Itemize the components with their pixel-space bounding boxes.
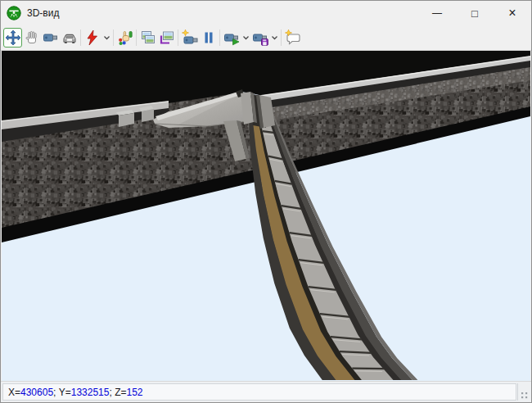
z-label: Z=	[115, 387, 126, 398]
play-recording-dropdown[interactable]	[241, 28, 250, 48]
grab-hand-button[interactable]	[22, 28, 41, 48]
title-bar: 3D-вид — □ ×	[1, 1, 531, 25]
maximize-button[interactable]: □	[456, 1, 494, 25]
pick-object-button[interactable]	[115, 28, 134, 48]
3d-viewport[interactable]	[2, 51, 530, 381]
toolbar-separator	[113, 29, 114, 46]
copy-image-button[interactable]	[138, 28, 157, 48]
toolbar-separator	[136, 29, 137, 46]
toolbar-separator	[80, 29, 81, 46]
chevron-down-icon	[242, 29, 250, 46]
camera-play-icon	[223, 29, 240, 46]
z-value: 152	[126, 387, 142, 398]
toolbar	[1, 25, 531, 51]
chevron-down-icon	[103, 29, 110, 46]
window-controls: — □ ×	[418, 1, 531, 25]
3d-scene	[2, 51, 530, 381]
y-label: Y=	[59, 387, 71, 398]
coord-separator: ;	[109, 387, 115, 398]
comment-bubble-icon	[285, 29, 301, 46]
resize-grip[interactable]	[518, 382, 531, 402]
image-export-icon	[159, 29, 175, 46]
pointing-hand-icon	[117, 29, 133, 46]
flyby-camera-button[interactable]	[41, 28, 60, 48]
render-effects-button[interactable]	[83, 28, 101, 48]
drive-car-button[interactable]	[60, 28, 79, 48]
x-label: X=	[8, 387, 20, 398]
toolbar-separator	[219, 29, 220, 46]
hand-icon	[24, 29, 40, 46]
minimize-button[interactable]: —	[418, 1, 456, 25]
3d-road-view-icon	[7, 6, 21, 20]
pan-arrows-icon	[5, 29, 21, 46]
y-value: 1332515	[71, 387, 110, 398]
window-title: 3D-вид	[27, 7, 59, 19]
camera-new-icon	[182, 29, 198, 46]
car-icon	[61, 29, 78, 46]
video-camera-icon	[43, 29, 59, 46]
x-value: 430605	[20, 387, 53, 398]
toolbar-separator	[178, 29, 178, 46]
pan-tool-button[interactable]	[3, 28, 22, 48]
save-image-button[interactable]	[157, 28, 176, 48]
status-bar: X=430605; Y=1332515; Z=152	[1, 381, 531, 402]
new-video-recording-button[interactable]	[180, 28, 199, 48]
pause-recording-button[interactable]	[199, 28, 218, 48]
chevron-down-icon	[271, 29, 278, 46]
new-comment-button[interactable]	[283, 28, 302, 48]
toolbar-separator	[281, 29, 282, 46]
app-window: 3D-вид — □ ×	[0, 0, 532, 403]
play-recording-button[interactable]	[222, 28, 241, 48]
pause-icon	[201, 29, 217, 46]
copy-images-icon	[140, 29, 156, 46]
resize-grip-icon	[521, 392, 529, 400]
render-effects-dropdown[interactable]	[101, 28, 111, 48]
lightning-icon	[84, 29, 101, 46]
camera-save-icon	[252, 29, 268, 46]
coord-separator: ;	[53, 387, 59, 398]
save-recording-button[interactable]	[250, 28, 269, 48]
coordinates-readout: X=430605; Y=1332515; Z=152	[2, 383, 516, 401]
close-button[interactable]: ×	[494, 1, 531, 25]
save-recording-dropdown[interactable]	[269, 28, 279, 48]
